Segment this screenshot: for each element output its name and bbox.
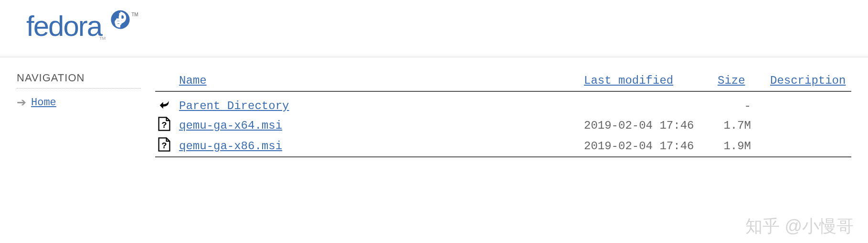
file-modified-cell	[579, 97, 713, 115]
trademark-text: TM	[99, 36, 106, 41]
sort-name-link[interactable]: Name	[179, 74, 207, 87]
table-row: ? qemu-ga-x64.msi 2019-02-04 17:46 1.7M	[155, 115, 851, 136]
file-desc-cell	[765, 115, 851, 136]
header-description[interactable]: Description	[765, 72, 851, 91]
file-size-cell: 1.7M	[713, 115, 765, 136]
file-name-cell: Parent Directory	[174, 97, 579, 115]
trademark-text-icon: TM	[131, 12, 138, 17]
svg-rect-3	[119, 19, 121, 21]
file-name-cell: qemu-ga-x86.msi	[174, 136, 579, 157]
file-link[interactable]: qemu-ga-x86.msi	[179, 140, 282, 153]
header-size[interactable]: Size	[713, 72, 765, 91]
file-desc-cell	[765, 136, 851, 157]
header-name[interactable]: Name	[174, 72, 579, 91]
header-modified[interactable]: Last modified	[579, 72, 713, 91]
file-icon-cell: ?	[155, 136, 174, 157]
sidebar: NAVIGATION ➔ Home	[17, 72, 155, 162]
svg-text:?: ?	[162, 121, 167, 130]
parent-directory-link[interactable]: Parent Directory	[179, 99, 289, 112]
file-size-cell: -	[713, 97, 765, 115]
directory-listing: Name Last modified Size Description Pare…	[155, 72, 851, 162]
divider-row	[155, 157, 851, 162]
divider-row	[155, 91, 851, 97]
unknown-file-icon: ?	[158, 137, 171, 152]
fedora-infinity-icon	[110, 10, 130, 30]
header-icon	[155, 72, 174, 91]
content-area: NAVIGATION ➔ Home Name Last modified Siz…	[0, 57, 868, 177]
file-modified-cell: 2019-02-04 17:46	[579, 136, 713, 157]
unknown-file-icon: ?	[158, 116, 171, 132]
nav-item-home[interactable]: ➔ Home	[17, 93, 141, 111]
file-icon-cell: ?	[155, 115, 174, 136]
table-row: Parent Directory -	[155, 97, 851, 115]
svg-text:?: ?	[162, 141, 167, 151]
file-modified-cell: 2019-02-04 17:46	[579, 115, 713, 136]
page-header: fedora TM TM	[0, 0, 868, 57]
table-header-row: Name Last modified Size Description	[155, 72, 851, 91]
nav-title: NAVIGATION	[17, 72, 141, 88]
file-size-cell: 1.9M	[713, 136, 765, 157]
file-desc-cell	[765, 97, 851, 115]
fedora-logo[interactable]: fedora TM TM	[26, 10, 138, 43]
file-table: Name Last modified Size Description Pare…	[155, 72, 851, 162]
table-row: ? qemu-ga-x86.msi 2019-02-04 17:46 1.9M	[155, 136, 851, 157]
sort-modified-link[interactable]: Last modified	[584, 74, 673, 87]
sort-size-link[interactable]: Size	[718, 74, 745, 87]
arrow-right-icon: ➔	[17, 96, 26, 109]
logo-text: fedora	[26, 10, 102, 43]
back-arrow-icon	[158, 98, 171, 111]
sort-desc-link[interactable]: Description	[770, 74, 846, 87]
nav-link-home[interactable]: Home	[31, 97, 56, 109]
file-link[interactable]: qemu-ga-x64.msi	[179, 119, 282, 132]
file-icon-cell	[155, 97, 174, 115]
file-name-cell: qemu-ga-x64.msi	[174, 115, 579, 136]
